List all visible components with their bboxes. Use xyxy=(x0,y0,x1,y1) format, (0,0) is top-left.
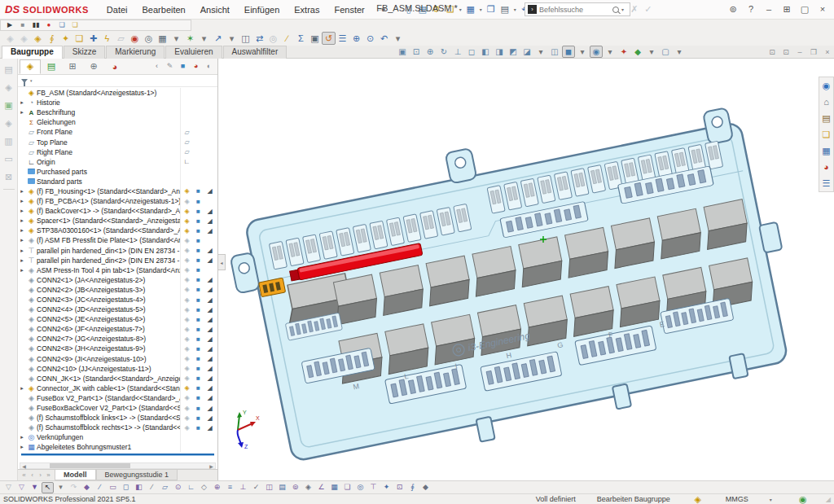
ribbon-tab[interactable]: Skizze xyxy=(64,46,105,59)
expand-arrow-icon[interactable]: ▸ xyxy=(18,198,26,204)
displaymanager-tab[interactable]: ◕ xyxy=(104,59,125,74)
menu-item[interactable]: Fenster xyxy=(327,2,371,17)
instant3d-icon[interactable]: ◉ xyxy=(128,32,142,45)
move-component-icon[interactable]: ✚ xyxy=(86,32,100,45)
dropdown-caret[interactable]: ▾ xyxy=(604,46,617,58)
tree-item[interactable]: ▸ STP38A0300160<1> (Standard<<Standard>_… xyxy=(18,226,217,235)
tree-item[interactable]: ▸ (f) BackCover<1> -> (Standard<<Standar… xyxy=(18,206,217,216)
tree-item-label[interactable]: Top Plane xyxy=(37,138,180,147)
3dexperience-icon[interactable]: ◉ xyxy=(820,80,832,91)
interference-detection-icon[interactable]: ◫ xyxy=(239,32,252,45)
tree-item-label[interactable]: Gleichungen xyxy=(37,118,180,126)
tree-item[interactable]: Right Plane xyxy=(18,147,217,157)
expand-arrow-icon[interactable]: ▸ xyxy=(18,434,26,440)
tree-item[interactable]: FuseBoxBackCover V2_Part<1> (Standard<<S… xyxy=(18,403,217,413)
menu-item[interactable]: Ansicht xyxy=(194,2,236,17)
expand-arrow-icon[interactable]: ▸ xyxy=(18,257,26,264)
tree-filter[interactable]: ▾ xyxy=(18,75,217,87)
dimxpertmanager-tab[interactable]: ⊕ xyxy=(83,59,104,74)
tree-item[interactable]: ▸ parallel pin hardened_din<2> (DIN EN 2… xyxy=(18,256,217,265)
save-icon[interactable]: ▦ xyxy=(464,3,477,15)
user-account-icon[interactable]: ⊚ xyxy=(726,3,740,15)
expand-arrow-icon[interactable]: ▸ xyxy=(18,208,26,214)
tree-item-label[interactable]: CONN2<1> (JA<Anzeigestatus-2>) xyxy=(37,276,180,284)
left-strip-icon[interactable]: ▤ xyxy=(2,64,15,76)
no-external-references-icon[interactable]: ◈ xyxy=(17,32,31,45)
tree-item[interactable]: ▸ parallel pin hardened_din<1> (DIN EN 2… xyxy=(18,246,217,256)
rotate-view-icon[interactable]: ↻ xyxy=(437,46,450,58)
select-arrow-icon[interactable]: ↖ xyxy=(42,482,54,493)
filter-dimensions-icon[interactable]: ⊥ xyxy=(237,482,249,493)
left-strip-icon[interactable]: ◈ xyxy=(2,81,15,94)
macro-stop-icon[interactable]: ■ xyxy=(17,20,29,30)
tree-item[interactable]: ▸ Historie xyxy=(18,98,217,107)
expand-arrow-icon[interactable]: ▸ xyxy=(18,217,26,224)
smart-fasteners-icon[interactable]: ✦ xyxy=(59,32,72,45)
dropdown-caret[interactable]: ▾ xyxy=(512,3,518,15)
magnified-selection-icon[interactable]: ⊙ xyxy=(363,32,377,45)
tab-scroll-first-icon[interactable]: « xyxy=(20,471,28,479)
units-caret-icon[interactable]: ▾ xyxy=(770,497,775,502)
tree-item-label[interactable]: (f) FB_Housing<1> (Standard<<Standard>_A… xyxy=(37,187,180,195)
tree-item-label[interactable]: CONN2<4> (JD<Anzeigestatus-5>) xyxy=(37,305,180,313)
accept-icon[interactable]: ✓ xyxy=(642,3,655,15)
tree-item-label[interactable]: Front Plane xyxy=(37,128,180,136)
doc-restore-icon[interactable]: ❐ xyxy=(809,46,819,59)
filter-cosmetic-threads-icon[interactable]: ◎ xyxy=(354,482,367,493)
home-icon[interactable]: ⌂ xyxy=(820,96,832,107)
tree-item[interactable]: (f) Schaumstoffblock rechts<1> -> (Stand… xyxy=(18,423,217,432)
previous-selection-icon[interactable]: ↷ xyxy=(68,482,80,493)
zoom-area-icon[interactable]: ⊡ xyxy=(410,46,423,58)
tree-item[interactable]: CONN2<4> (JD<Anzeigestatus-5>) xyxy=(18,305,217,314)
model-3d[interactable]: M L I H G F E i3-Engineering xyxy=(218,59,819,480)
tree-item[interactable]: ▸ (f) FB_PCBA<1> (Standard<Anzeigestatus… xyxy=(18,196,217,206)
tree-item[interactable]: CONN2<5> (JE<Anzeigestatus-6>) xyxy=(18,314,217,324)
filter-sketch-points-icon[interactable]: ⊙ xyxy=(172,482,184,493)
filter-faces-icon[interactable]: ▭ xyxy=(107,482,119,493)
display-pane-collapse-icon[interactable]: ‹ xyxy=(151,60,162,72)
update-icon[interactable]: ↶ xyxy=(377,32,391,45)
tree-item[interactable]: ▸ (f) FB_Housing<1> (Standard<<Standard>… xyxy=(18,186,217,196)
apply-scene-icon[interactable]: ◆ xyxy=(631,46,644,58)
selection-filter-toggle-icon[interactable]: ▽ xyxy=(2,482,15,493)
menu-item[interactable]: Bearbeiten xyxy=(136,2,192,17)
tree-item-label[interactable]: ASM Press-In Tool 4 pin tab<1> (Standard… xyxy=(37,266,180,274)
tree-item[interactable]: CONN2<2> (JB<Anzeigestatus-3>) xyxy=(18,285,217,295)
minimize-button[interactable]: – xyxy=(762,3,775,15)
macro-pause-icon[interactable]: ▮▮ xyxy=(30,20,42,30)
tree-item-label[interactable]: STP38A0300160<1> (Standard<<Standard>_An… xyxy=(37,226,180,234)
tree-item[interactable]: CONN2<7> (JG<Anzeigestatus-8>) xyxy=(18,334,217,344)
tree-item-label[interactable]: CONN2<10> (JJ<Anzeigestatus-11>) xyxy=(37,365,180,373)
tree-item-label[interactable]: (f) Schaumstoffblock rechts<1> -> (Stand… xyxy=(37,423,180,432)
tab-scroll-right-icon[interactable]: › xyxy=(37,471,44,479)
maximize-button[interactable]: ▢ xyxy=(798,3,811,15)
tree-item[interactable]: ▸ ASM Press-In Tool 4 pin tab<1> (Standa… xyxy=(18,265,217,275)
dropdown-caret[interactable]: ▾ xyxy=(197,32,211,45)
dropdown-caret[interactable]: ▾ xyxy=(458,3,463,15)
expand-arrow-icon[interactable]: ▸ xyxy=(18,267,26,274)
tree-item-label[interactable]: CONN_JK<1> (Standard<<Standard>_Anzeiges… xyxy=(37,375,180,383)
tree-item-label[interactable]: (f) Schaumstoffblock links<1> -> (Standa… xyxy=(37,414,180,422)
tree-item-label[interactable]: Spacer<1> (Standard<<Standard>_Anzeigest… xyxy=(37,217,180,225)
edit-component-icon[interactable]: ◈ xyxy=(3,32,17,45)
assembly-visualization-icon[interactable]: ☰ xyxy=(336,32,349,45)
display-style-icon[interactable]: ◼ xyxy=(562,46,575,58)
expand-arrow-icon[interactable]: ▸ xyxy=(18,188,26,195)
dropdown-caret[interactable]: ▾ xyxy=(645,46,658,58)
tree-item[interactable]: CONN2<6> (JF<Anzeigestatus-7>) xyxy=(18,324,217,334)
pane-left-icon[interactable]: ⊡ xyxy=(767,46,777,59)
graphics-viewport[interactable]: ◂ xyxy=(218,59,834,480)
snapshot-icon[interactable]: ▣ xyxy=(308,32,322,45)
tree-item-label[interactable]: FuseBox V2_Part<1> (Standard<<Standard>_… xyxy=(37,394,180,402)
filter-surface-finish-icon[interactable]: ✓ xyxy=(250,482,262,493)
dropdown-caret[interactable]: ▾ xyxy=(478,3,484,15)
tree-item-label[interactable]: CONN2<3> (JC<Anzeigestatus-4>) xyxy=(37,296,180,304)
menu-item[interactable]: Einfügen xyxy=(238,2,286,17)
tree-item-label[interactable]: Origin xyxy=(37,158,180,166)
tree-item[interactable]: (f) Schaumstoffblock links<1> -> (Standa… xyxy=(18,413,217,423)
tree-item[interactable]: ▸ Beschriftung xyxy=(18,107,217,117)
tree-item-label[interactable]: Verknüpfungen xyxy=(37,433,180,441)
zoom-fit-icon[interactable]: ▣ xyxy=(396,46,409,58)
tree-item[interactable]: Purchased parts xyxy=(18,167,217,177)
units-label[interactable]: MMGS xyxy=(726,495,748,503)
